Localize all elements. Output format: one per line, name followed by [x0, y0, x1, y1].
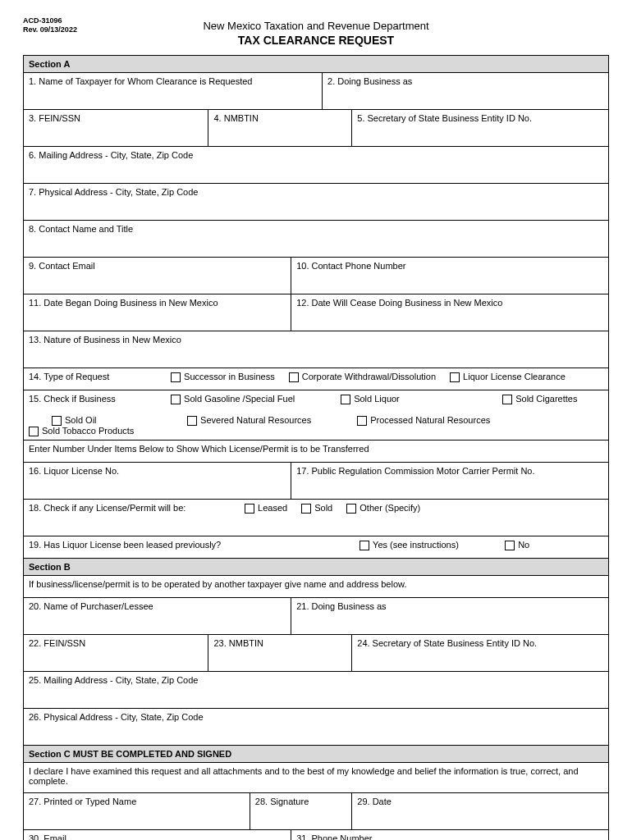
form-title: TAX CLEARANCE REQUEST — [23, 34, 609, 47]
checkbox-liquor-clearance[interactable]: Liquor License Clearance — [450, 372, 566, 382]
transfer-note: Enter Number Under Items Below to Show W… — [24, 440, 609, 462]
section-a-heading: Section A — [24, 55, 609, 72]
field-date-began[interactable]: 11. Date Began Doing Business in New Mex… — [24, 294, 291, 331]
field-nmbtin[interactable]: 4. NMBTIN — [208, 109, 352, 146]
checkbox-severed-resources[interactable]: Severed Natural Resources — [187, 415, 343, 426]
section-b-note: If business/license/permit is to be oper… — [24, 575, 609, 597]
section-c-heading: Section C MUST BE COMPLETED AND SIGNED — [24, 745, 609, 762]
checkbox-leased[interactable]: Leased — [245, 503, 287, 514]
checkbox-sold-oil[interactable]: Sold Oil — [29, 415, 173, 426]
field-prc-permit-no[interactable]: 17. Public Regulation Commission Motor C… — [291, 462, 609, 499]
field-date[interactable]: 29. Date — [352, 792, 609, 829]
row-license-permit-status: 18. Check if any License/Permit will be:… — [24, 499, 609, 536]
field-purchaser-sos-id[interactable]: 24. Secretary of State Business Entity I… — [352, 634, 609, 671]
checkbox-sold[interactable]: Sold — [301, 503, 332, 514]
field-purchaser-dba[interactable]: 21. Doing Business as — [291, 597, 609, 634]
label-type-of-request: 14. Type of Request — [29, 372, 168, 381]
header-title: New Mexico Taxation and Revenue Departme… — [23, 20, 609, 47]
field-taxpayer-name[interactable]: 1. Name of Taxpayer for Whom Clearance i… — [24, 72, 323, 109]
checkbox-sold-gasoline[interactable]: Sold Gasoline /Special Fuel — [171, 394, 327, 404]
row-check-business-1: 15. Check if Business Sold Gasoline /Spe… — [24, 390, 609, 412]
row-check-business-2: Sold Oil Severed Natural Resources Proce… — [24, 412, 609, 441]
checkbox-yes[interactable]: Yes (see instructions) — [360, 540, 491, 550]
label-license-permit: 18. Check if any License/Permit will be: — [29, 503, 242, 513]
field-signature[interactable]: 28. Signature — [250, 792, 351, 829]
field-fein-ssn[interactable]: 3. FEIN/SSN — [24, 109, 208, 146]
field-physical-address[interactable]: 7. Physical Address - City, State, Zip C… — [24, 183, 609, 220]
field-liquor-license-no[interactable]: 16. Liquor License No. — [24, 462, 291, 499]
field-contact-name-title[interactable]: 8. Contact Name and Title — [24, 220, 609, 257]
field-phone[interactable]: 31. Phone Number — [291, 829, 609, 840]
field-dba[interactable]: 2. Doing Business as — [323, 72, 609, 109]
field-date-cease[interactable]: 12. Date Will Cease Doing Business in Ne… — [291, 294, 609, 331]
field-purchaser-name[interactable]: 20. Name of Purchaser/Lessee — [24, 597, 291, 634]
label-liquor-leased: 19. Has Liquor License been leased previ… — [29, 540, 357, 550]
checkbox-other-specify[interactable]: Other (Specify) — [346, 503, 420, 514]
field-purchaser-fein[interactable]: 22. FEIN/SSN — [24, 634, 208, 671]
checkbox-sold-cigarettes[interactable]: Sold Cigarettes — [502, 394, 577, 404]
checkbox-sold-liquor[interactable]: Sold Liquor — [341, 394, 488, 404]
checkbox-successor[interactable]: Successor in Business — [171, 372, 275, 382]
field-contact-phone[interactable]: 10. Contact Phone Number — [291, 257, 609, 294]
field-purchaser-physical[interactable]: 26. Physical Address - City, State, Zip … — [24, 708, 609, 745]
field-contact-email[interactable]: 9. Contact Email — [24, 257, 291, 294]
field-printed-name[interactable]: 27. Printed or Typed Name — [24, 792, 250, 829]
section-b-heading: Section B — [24, 558, 609, 575]
label-check-business: 15. Check if Business — [29, 394, 168, 404]
checkbox-processed-resources[interactable]: Processed Natural Resources — [357, 415, 505, 426]
field-email[interactable]: 30. Email — [24, 829, 291, 840]
field-mailing-address[interactable]: 6. Mailing Address - City, State, Zip Co… — [24, 146, 609, 183]
row-type-of-request: 14. Type of Request Successor in Busines… — [24, 368, 609, 390]
checkbox-sold-tobacco[interactable]: Sold Tobacco Products — [29, 426, 134, 436]
declaration-text: I declare I have examined this request a… — [24, 762, 609, 792]
field-sos-entity-id[interactable]: 5. Secretary of State Business Entity ID… — [352, 109, 609, 146]
field-nature-of-business[interactable]: 13. Nature of Business in New Mexico — [24, 331, 609, 368]
form-table: Section A 1. Name of Taxpayer for Whom C… — [23, 55, 609, 840]
field-purchaser-nmbtin[interactable]: 23. NMBTIN — [208, 634, 352, 671]
department-name: New Mexico Taxation and Revenue Departme… — [23, 20, 609, 32]
row-liquor-leased-previously: 19. Has Liquor License been leased previ… — [24, 536, 609, 558]
checkbox-no[interactable]: No — [505, 540, 529, 550]
checkbox-corporate-withdrawal[interactable]: Corporate Withdrawal/Dissolution — [289, 372, 436, 382]
field-purchaser-mailing[interactable]: 25. Mailing Address - City, State, Zip C… — [24, 671, 609, 708]
